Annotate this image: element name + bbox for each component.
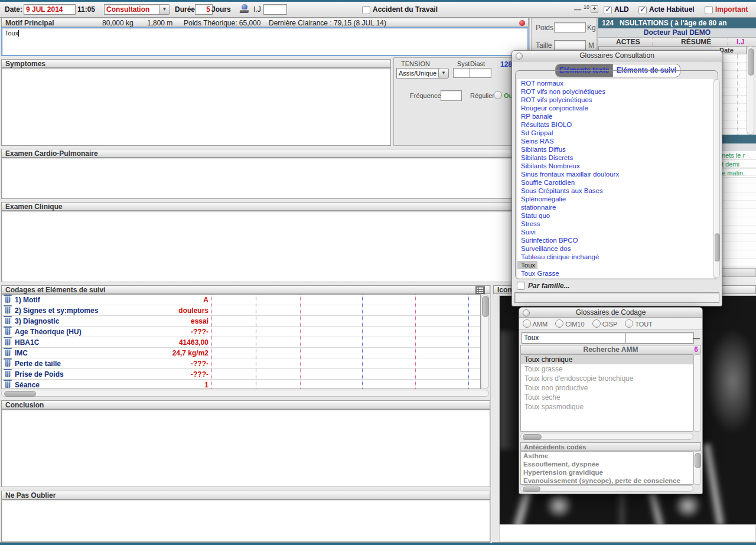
scrollbar-thumb[interactable] bbox=[482, 296, 489, 317]
date-field[interactable]: 9 JUL 2014 bbox=[24, 4, 76, 15]
glossary-item[interactable]: Souffle Carotidien bbox=[517, 178, 713, 187]
result-item[interactable]: Toux sèche bbox=[521, 393, 693, 402]
regulier-radio[interactable] bbox=[494, 91, 502, 99]
codage-value[interactable]: -???- bbox=[73, 370, 208, 378]
codage-value[interactable]: 41463,00 bbox=[73, 338, 208, 347]
glossary-item[interactable]: Toux bbox=[517, 261, 537, 269]
codage-radio-option[interactable]: AMM bbox=[523, 321, 548, 328]
examen-cardio-text-area[interactable] bbox=[1, 158, 529, 199]
close-button[interactable] bbox=[523, 309, 530, 316]
radio-icon[interactable] bbox=[523, 319, 531, 328]
antecedents-scrollbar[interactable] bbox=[693, 451, 701, 485]
glossary-item[interactable]: Splénomégalie bbox=[517, 195, 713, 203]
scrollbar-thumb[interactable] bbox=[748, 48, 754, 76]
col-resume[interactable]: RÉSUMÉ bbox=[681, 38, 711, 46]
antecedent-item[interactable]: Evanouissement (syncope), perte de consc… bbox=[521, 477, 693, 485]
treatment-line[interactable]: t demi bbox=[722, 160, 756, 169]
scrollbar-thumb[interactable] bbox=[523, 487, 540, 492]
conclusion-text-area[interactable] bbox=[1, 409, 490, 487]
glossary-list[interactable]: ROT normauxROT vifs non polycinétiquesRO… bbox=[517, 79, 713, 278]
result-item[interactable]: Toux non productive bbox=[521, 383, 693, 393]
codage-value[interactable]: essai bbox=[73, 317, 208, 325]
result-item[interactable]: Toux chronique bbox=[521, 355, 693, 364]
trash-icon[interactable] bbox=[5, 296, 11, 303]
close-button[interactable] bbox=[516, 53, 523, 60]
codage-row[interactable]: Perte de taille -???- bbox=[2, 358, 480, 369]
scrollbar-thumb[interactable] bbox=[4, 391, 36, 397]
glossary-item[interactable]: Stress bbox=[517, 220, 713, 228]
result-item[interactable]: Toux lors d'endoscopie bronchique bbox=[521, 374, 693, 383]
glossary-item[interactable]: Tableau clinique inchangé bbox=[517, 253, 713, 261]
glossary-item[interactable]: Résultats BIOLO bbox=[517, 120, 713, 129]
poids-field[interactable] bbox=[554, 22, 586, 32]
minus-icon[interactable]: — bbox=[693, 334, 700, 342]
glossary-item[interactable]: Rougeur conjonctivale bbox=[517, 104, 713, 112]
stamp-icon[interactable] bbox=[240, 4, 249, 13]
codage-filter-input[interactable] bbox=[625, 332, 694, 344]
glossary-item[interactable]: Suivi bbox=[517, 228, 713, 236]
glossary-item[interactable]: Toux Grasse bbox=[517, 269, 713, 278]
codage-radio-option[interactable]: TOUT bbox=[625, 321, 653, 328]
glossary-item[interactable]: Surinfection BPCO bbox=[517, 236, 713, 244]
symptomes-text-area[interactable] bbox=[1, 68, 391, 146]
font-plus-icon[interactable]: + bbox=[591, 5, 598, 13]
motif-text-area[interactable]: Toux bbox=[1, 27, 529, 56]
diast-field[interactable] bbox=[470, 68, 491, 78]
codage-row[interactable]: Age Théorique (HU) -???- bbox=[2, 327, 480, 337]
taille-field[interactable] bbox=[554, 40, 586, 50]
important-checkbox[interactable] bbox=[705, 6, 713, 14]
codage-value[interactable]: -???- bbox=[73, 360, 208, 368]
glossary-status-bar[interactable] bbox=[514, 292, 719, 303]
trash-icon[interactable] bbox=[5, 318, 11, 324]
results-scrollbar[interactable] bbox=[693, 354, 701, 432]
result-item[interactable]: Toux grasse bbox=[521, 364, 693, 374]
glossaires-codage-titlebar[interactable]: Glossaires de Codage bbox=[519, 308, 702, 318]
frequence-field[interactable] bbox=[441, 90, 462, 101]
scrollbar-thumb[interactable] bbox=[715, 233, 720, 262]
scrollbar-thumb[interactable] bbox=[695, 453, 701, 468]
position-dropdown-value[interactable]: Assis/Unique bbox=[396, 68, 441, 79]
glossary-item[interactable]: ROT vifs non polycinétiques bbox=[517, 87, 713, 96]
par-famille-checkbox[interactable] bbox=[517, 282, 525, 290]
glossary-item[interactable]: ROT vifs polycinétiques bbox=[517, 96, 713, 104]
treatment-line[interactable]: e matin. bbox=[722, 169, 756, 178]
codage-value[interactable]: A bbox=[73, 296, 208, 304]
codage-row[interactable]: Prise de Poids -???- bbox=[2, 369, 480, 380]
codage-search-input[interactable]: Toux bbox=[522, 332, 627, 344]
position-dropdown-button[interactable] bbox=[438, 68, 449, 79]
codage-row[interactable]: 1) Motif A bbox=[2, 295, 480, 305]
glossary-item[interactable]: Statu quo bbox=[517, 211, 713, 220]
visit-type-field[interactable]: Consultation bbox=[104, 4, 161, 15]
codage-value[interactable]: -???- bbox=[73, 328, 208, 336]
glossary-item[interactable]: Sibilants Nombreux bbox=[517, 162, 713, 170]
codage-row[interactable]: 3) Diagnostic essai bbox=[2, 316, 480, 327]
ald-checkbox[interactable] bbox=[604, 6, 612, 14]
glossary-item[interactable]: RP banale bbox=[517, 112, 713, 120]
scrollbar-thumb[interactable] bbox=[523, 434, 542, 440]
antecedent-item[interactable]: Hypertension gravidique bbox=[521, 468, 693, 477]
trash-icon[interactable] bbox=[5, 339, 11, 345]
antecedent-item[interactable]: Asthme bbox=[521, 452, 693, 460]
glossaires-consultation-titlebar[interactable]: Glossaires Consultation bbox=[512, 51, 722, 61]
grid-icon[interactable] bbox=[475, 286, 485, 294]
accident-checkbox[interactable] bbox=[362, 6, 370, 14]
codage-radio-option[interactable]: CISP bbox=[592, 321, 618, 328]
glossary-item[interactable]: stationnaire bbox=[517, 203, 713, 211]
glossary-scrollbar[interactable] bbox=[713, 79, 720, 278]
codages-hscrollbar[interactable] bbox=[1, 390, 489, 397]
trash-icon[interactable] bbox=[5, 381, 11, 388]
recherche-results-list[interactable]: Toux chroniqueToux grasseToux lors d'end… bbox=[520, 354, 693, 432]
trash-icon[interactable] bbox=[5, 360, 11, 367]
codage-value[interactable]: douleurs bbox=[73, 306, 208, 315]
results-hscrollbar[interactable] bbox=[520, 433, 693, 440]
record-dot-icon[interactable] bbox=[519, 20, 525, 26]
glossary-item[interactable]: Sd Grippal bbox=[517, 129, 713, 137]
codage-row[interactable]: IMC 24,7 kg/m2 bbox=[2, 348, 480, 358]
glossary-item[interactable]: Sinus frontaux maxillair doulourx bbox=[517, 170, 713, 178]
font-minus-icon[interactable]: — bbox=[574, 5, 581, 14]
glossary-item[interactable]: Seins RAS bbox=[517, 137, 713, 145]
col-ij[interactable]: I.J bbox=[737, 38, 744, 46]
radio-icon[interactable] bbox=[625, 319, 633, 328]
duree-field[interactable]: 5 bbox=[195, 4, 213, 15]
radio-icon[interactable] bbox=[555, 319, 563, 328]
